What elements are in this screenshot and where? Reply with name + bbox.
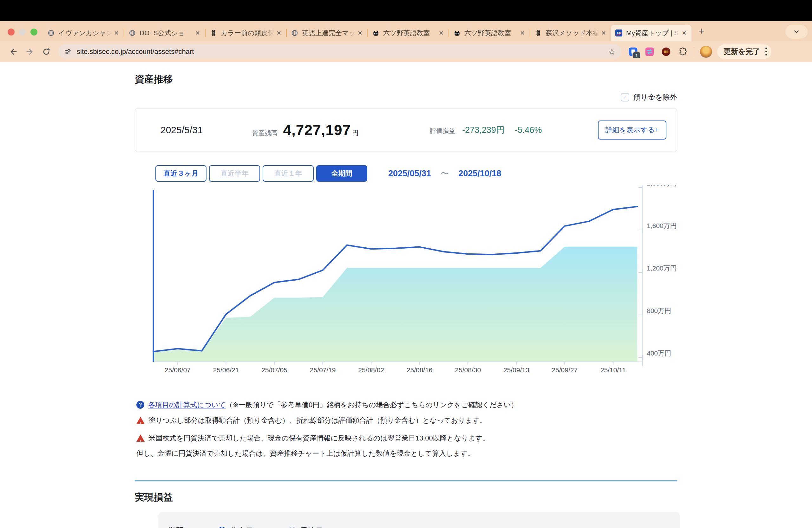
browser-tab[interactable]: カラー前の頭皮保 × [205,25,286,41]
warning-icon: ! [136,417,145,424]
fill-area-note-text: 塗りつぶし部分は取得額合計（預り金含む）、折れ線部分は評価額合計（預り金含む）と… [148,415,487,426]
exclude-deposit-row: ✓ 預り金を除外 [135,92,677,102]
browser-tab[interactable]: 森沢メソッド本編 × [530,25,611,41]
tab-close-icon[interactable]: × [437,29,445,37]
x-tick-label: 25/08/16 [407,366,433,373]
question-icon: ? [136,401,144,409]
svg-text:SBI: SBI [617,31,621,34]
screen-top-bar [0,0,812,21]
extension-round-icon[interactable] [661,46,671,57]
calc-formula-link[interactable]: 各項目の計算式について [148,401,226,409]
window-maximize-button[interactable] [30,29,38,35]
browser-tab[interactable]: 六ツ野英語教室 × [449,25,530,41]
balance-value: 4,727,197 [283,121,351,138]
tab-title: 森沢メソッド本編 [546,29,599,38]
tab-close-icon[interactable]: × [112,29,120,37]
radio-selected-icon[interactable] [218,527,226,528]
reload-icon[interactable] [40,45,53,58]
tab-close-icon[interactable]: × [599,29,608,37]
address-bar[interactable]: site.sbisec.co.jp/account/assets#chart ☆ [58,44,621,59]
window-controls [8,29,38,35]
pl-label: 評価損益 [430,127,455,135]
usd-settlement-note-line1: 米国株式を円貨決済で売却した場合、現金の保有資産情報に反映されるのは翌営業日13… [148,433,490,443]
page-content: 資産推移 ✓ 預り金を除外 2025/5/31 資産残高 4,727,197 円… [135,73,677,528]
asset-summary-card: 2025/5/31 資産残高 4,727,197 円 評価損益 -273,239… [135,108,677,152]
pl-percent: -5.46% [515,125,542,135]
x-tick-label: 25/09/13 [503,366,530,373]
balance-label: 資産残高 [252,129,277,137]
section-divider [135,481,677,481]
radio-unselected-icon[interactable] [288,527,296,528]
pl-value: -273,239円 [462,124,505,136]
forward-icon[interactable] [24,45,36,58]
extension-translate-icon[interactable] [644,46,655,57]
browser-tab[interactable]: 英語上達完全マッ × [287,25,367,41]
x-tick-label: 25/07/05 [261,366,287,373]
browser-tab[interactable]: DO−S公式ショ × [124,25,205,41]
chevron-down-icon [793,28,800,35]
x-tick-label: 25/06/07 [165,366,191,373]
range-end-date[interactable]: 2025/10/18 [458,169,501,178]
usd-settlement-note-line2: 但し、金曜に円貨決済で売却した場合は、資産推移チャート上は仮計算した数値を現金と… [136,449,677,458]
usd-settlement-note: ! 米国株式を円貨決済で売却した場合、現金の保有資産情報に反映されるのは翌営業日… [136,433,677,443]
y-tick-label: 1,200万円 [647,264,677,272]
cat-favicon [372,29,379,36]
browser-tab[interactable]: 六ツ野英語教室 × [368,25,449,41]
tab-title: カラー前の頭皮保 [221,29,275,38]
tab-close-icon[interactable]: × [680,29,688,37]
tab-title: My資産トップ | S [626,29,680,38]
back-icon[interactable] [7,45,20,58]
tab-search-pill[interactable] [785,25,808,39]
update-button-label: 更新を完了 [724,47,760,56]
browser-tab-active[interactable]: SBI My資産トップ | S × [611,25,692,41]
x-tick-label: 25/08/02 [358,366,384,373]
tab-title: 六ツ野英語教室 [383,29,437,38]
update-browser-button[interactable]: 更新を完了 [717,44,771,59]
x-tick-label: 25/10/11 [600,366,626,373]
asset-chart[interactable]: 25/06/0725/06/2125/07/0525/07/1925/08/02… [135,185,677,375]
extensions-row: 1 [628,46,712,58]
asset-chart-svg[interactable]: 25/06/0725/06/2125/07/0525/07/1925/08/02… [135,185,677,375]
window-minimize-button[interactable] [19,29,26,35]
range-start-date[interactable]: 2025/05/31 [388,169,431,178]
exclude-deposit-checkbox[interactable]: ✓ [621,93,629,102]
cat-favicon [453,29,461,36]
globe-favicon [47,29,55,36]
radio-settle-date[interactable]: 受渡日 [288,526,323,528]
site-settings-icon[interactable] [64,48,72,56]
url-text[interactable]: site.sbisec.co.jp/account/assets#chart [77,47,608,56]
summary-date: 2025/5/31 [160,124,203,135]
globe-favicon [291,29,298,36]
tab-close-icon[interactable]: × [193,29,202,37]
openai-favicon [535,29,542,36]
bookmark-star-icon[interactable]: ☆ [608,47,616,57]
calc-formula-rest: （※一般預りで「参考単価0円」銘柄をお持ちの場合必ずこちらのリンクをご確認くださ… [226,401,518,409]
tab-title: DO−S公式ショ [140,29,193,38]
period-3months-button[interactable]: 直近３ヶ月 [156,165,206,182]
warning-icon: ! [136,435,145,442]
y-tick-label: 1,600万円 [647,222,677,229]
radio-trade-date[interactable]: 約定日 [218,526,253,528]
browser-tab[interactable]: イヴァンカシャン × [43,25,124,41]
period-all-button[interactable]: 全期間 [316,165,367,182]
globe-favicon [129,29,136,36]
page-title: 資産推移 [135,73,677,86]
x-tick-label: 25/06/21 [213,366,239,373]
extension-blue-icon[interactable]: 1 [628,46,638,57]
range-tilde: 〜 [440,168,449,179]
window-close-button[interactable] [8,29,15,35]
period-1year-button[interactable]: 直近１年 [263,165,314,182]
tab-close-icon[interactable]: × [518,29,526,37]
extensions-puzzle-icon[interactable] [677,46,688,57]
extension-badge: 1 [633,52,641,59]
tab-close-icon[interactable]: × [275,29,283,37]
profile-avatar[interactable] [700,46,712,58]
x-tick-label: 25/07/19 [310,366,336,373]
x-tick-label: 25/09/27 [552,366,578,373]
new-tab-button[interactable]: + [698,26,705,36]
tab-close-icon[interactable]: × [356,29,364,37]
show-detail-button[interactable]: 詳細を表示する+ [598,120,666,140]
browser-tab-strip: イヴァンカシャン × DO−S公式ショ × カラー前の頭皮保 × 英語上達完全マ… [0,21,812,41]
browser-menu-icon[interactable] [765,47,767,56]
period-6months-button[interactable]: 直近半年 [209,165,260,182]
